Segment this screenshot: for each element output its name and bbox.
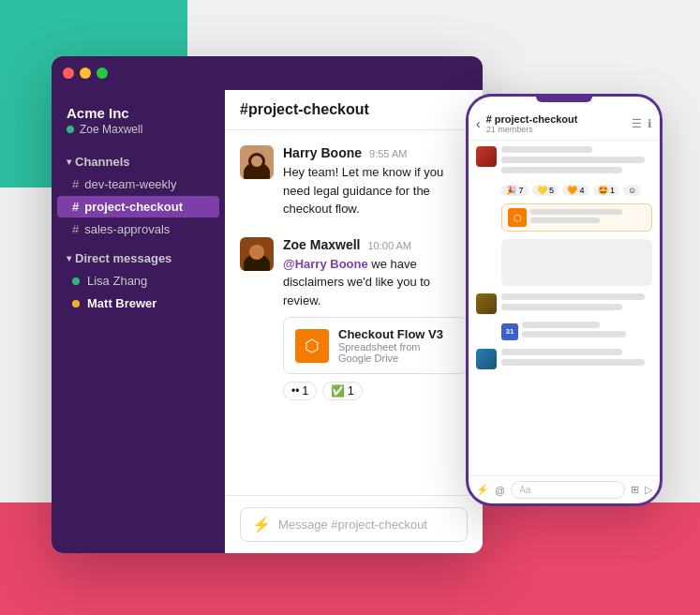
user-status: Zoe Maxwell xyxy=(52,123,225,151)
channel-name: sales-approvals xyxy=(84,222,170,236)
titlebar xyxy=(52,56,483,90)
sidebar-item-sales-approvals[interactable]: # sales-approvals xyxy=(57,218,219,240)
dm-user-name: Matt Brewer xyxy=(87,296,156,310)
phone-lightning-icon[interactable]: ⚡ xyxy=(476,484,489,496)
minimize-button[interactable] xyxy=(80,68,91,79)
phone-reaction[interactable]: ☺ xyxy=(623,185,641,196)
phone-header: ‹ # project-checkout 21 members ☰ ℹ xyxy=(469,108,660,141)
phone-text-line xyxy=(501,304,622,310)
message-body: Zoe Maxwell 10:00 AM @Harry Boone we hav… xyxy=(283,237,468,401)
phone-text-line xyxy=(501,359,645,366)
chevron-down-icon: ▾ xyxy=(67,253,71,263)
phone-text-line xyxy=(501,293,645,300)
reaction-emoji: ✅ xyxy=(331,384,345,398)
phone-reaction[interactable]: 🧡 4 xyxy=(562,185,589,196)
phone-header-icons: ☰ ℹ xyxy=(632,117,652,130)
attachment[interactable]: ⬡ Checkout Flow V3 Spreadsheet from Goog… xyxy=(283,317,468,374)
attachment-title: Checkout Flow V3 xyxy=(338,327,455,341)
message-body: Harry Boone 9:55 AM Hey team! Let me kno… xyxy=(283,145,468,218)
phone-send-icon[interactable]: ▷ xyxy=(645,484,652,496)
app-window: Acme Inc Zoe Maxwell ▾ Channels # dev-te… xyxy=(52,56,483,553)
messages-list: Harry Boone 9:55 AM Hey team! Let me kno… xyxy=(225,130,483,495)
app-content: Acme Inc Zoe Maxwell ▾ Channels # dev-te… xyxy=(52,90,483,553)
channel-name: dev-team-weekly xyxy=(84,177,176,191)
dm-item-matt-brewer[interactable]: Matt Brewer xyxy=(57,292,219,314)
google-drive-icon: ⬡ xyxy=(295,329,329,363)
phone-message-item xyxy=(476,146,652,177)
phone-text-line xyxy=(501,349,622,355)
phone-content-block xyxy=(501,239,652,286)
reaction-bubble[interactable]: ✅ 1 xyxy=(322,382,363,400)
close-button[interactable] xyxy=(63,68,74,79)
message-input-area: ⚡ Message #project-checkout xyxy=(225,495,483,553)
channels-section-header[interactable]: ▾ Channels xyxy=(52,151,225,172)
back-icon[interactable]: ‹ xyxy=(476,116,481,131)
phone-mockup: ‹ # project-checkout 21 members ☰ ℹ 🎉 7 … xyxy=(466,94,663,506)
lightning-icon: ⚡ xyxy=(252,516,271,533)
away-dot xyxy=(72,300,80,308)
phone-avatar-zoe xyxy=(476,146,497,167)
phone-reaction[interactable]: 🤩 1 xyxy=(593,185,620,196)
dm-user-name: Lisa Zhang xyxy=(87,274,147,288)
phone-msg-lines xyxy=(501,349,652,369)
phone-at-icon[interactable]: @ xyxy=(495,485,505,496)
phone-attachment[interactable]: ⬡ xyxy=(501,203,652,232)
phone-text-line xyxy=(522,322,600,328)
message-author: Zoe Maxwell xyxy=(283,237,360,252)
chat-area: #project-checkout Harry Boone 9:55 AM He… xyxy=(225,90,483,553)
avatar-harry xyxy=(240,145,274,179)
phone-channel-name: # project-checkout xyxy=(486,113,626,125)
calendar-icon: 31 xyxy=(501,323,518,340)
sidebar-item-project-checkout[interactable]: # project-checkout xyxy=(57,196,219,218)
phone-attach-icon[interactable]: ⊞ xyxy=(631,484,639,496)
workspace-name: Acme Inc xyxy=(52,105,225,123)
phone-reaction[interactable]: 🎉 7 xyxy=(501,185,529,196)
phone-reactions: 🎉 7 💛 5 🧡 4 🤩 1 ☺ xyxy=(501,185,652,196)
reaction-emoji: •• xyxy=(291,384,299,398)
phone-message-input[interactable]: Aa xyxy=(511,481,625,499)
calendar-lines xyxy=(522,322,652,341)
message-author: Harry Boone xyxy=(283,145,362,160)
phone-text-line xyxy=(501,146,592,153)
phone-messages: 🎉 7 💛 5 🧡 4 🤩 1 ☺ ⬡ 31 xyxy=(469,141,660,475)
message-time: 9:55 AM xyxy=(369,148,407,159)
hash-icon: # xyxy=(72,200,79,214)
message-time: 10:00 AM xyxy=(367,240,410,251)
message-item: Harry Boone 9:55 AM Hey team! Let me kno… xyxy=(240,145,468,218)
message-input[interactable]: Message #project-checkout xyxy=(278,518,455,532)
channels-label: Channels xyxy=(75,155,130,169)
phone-reaction[interactable]: 💛 5 xyxy=(532,185,559,196)
phone-avatar-harry xyxy=(476,293,497,314)
maximize-button[interactable] xyxy=(97,68,108,79)
hash-icon: # xyxy=(72,222,79,236)
phone-input-bar: ⚡ @ Aa ⊞ ▷ xyxy=(469,475,660,503)
phone-avatar-lisa xyxy=(476,349,497,369)
reactions-row: •• 1 ✅ 1 xyxy=(283,382,468,400)
hash-icon: # xyxy=(72,177,79,191)
message-header: Harry Boone 9:55 AM xyxy=(283,145,468,160)
phone-msg-lines xyxy=(501,293,652,314)
dm-item-lisa-zhang[interactable]: Lisa Zhang xyxy=(57,270,219,292)
reaction-count: 1 xyxy=(302,384,308,398)
phone-message-item xyxy=(476,349,652,369)
phone-attach-lines xyxy=(530,209,646,226)
phone-attach-drive-icon: ⬡ xyxy=(508,208,527,227)
phone-calendar-badge: 31 xyxy=(501,322,652,341)
attachment-info: Checkout Flow V3 Spreadsheet from Google… xyxy=(338,327,455,364)
phone-message-item xyxy=(476,293,652,314)
sidebar-username: Zoe Maxwell xyxy=(80,123,142,136)
online-dot xyxy=(72,278,80,285)
phone-attach-line xyxy=(530,218,600,223)
phone-text-line xyxy=(522,331,626,338)
message-input-box[interactable]: ⚡ Message #project-checkout xyxy=(240,507,468,542)
reaction-bubble[interactable]: •• 1 xyxy=(283,382,317,400)
info-icon[interactable]: ℹ xyxy=(648,117,652,130)
message-text: @Harry Boone we have disclaimers we'd li… xyxy=(283,255,468,310)
phone-channel-info: # project-checkout 21 members xyxy=(486,113,626,134)
mention-text[interactable]: @Harry Boone xyxy=(283,257,368,271)
list-icon[interactable]: ☰ xyxy=(632,117,642,130)
dm-section-header[interactable]: ▾ Direct messages xyxy=(52,248,225,269)
phone-text-line xyxy=(501,157,645,163)
phone-msg-lines xyxy=(501,146,652,177)
sidebar-item-dev-team-weekly[interactable]: # dev-team-weekly xyxy=(57,173,219,195)
